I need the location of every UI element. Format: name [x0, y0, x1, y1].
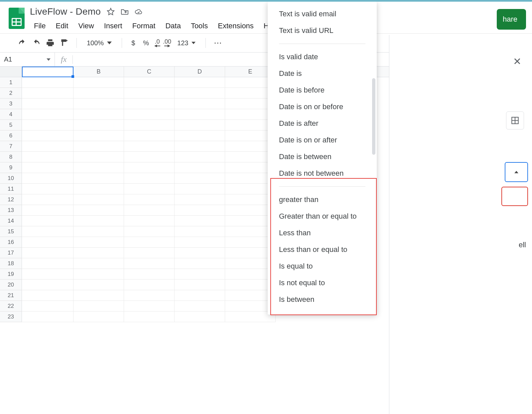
cell[interactable]	[124, 311, 175, 322]
cell[interactable]	[22, 269, 73, 280]
menu-file[interactable]: File	[30, 20, 50, 32]
format-currency-button[interactable]: $	[129, 39, 138, 47]
cell[interactable]	[175, 120, 225, 130]
row-header[interactable]: 1	[0, 77, 22, 88]
cell[interactable]	[175, 141, 225, 152]
more-toolbar-button[interactable]: ⋯	[212, 37, 224, 49]
cell[interactable]	[175, 290, 225, 301]
row-header[interactable]: 21	[0, 290, 22, 301]
cell[interactable]	[124, 237, 175, 248]
row-header[interactable]: 23	[0, 311, 22, 322]
menu-edit[interactable]: Edit	[52, 20, 72, 32]
cell[interactable]	[73, 99, 124, 109]
column-header[interactable]: B	[73, 67, 124, 77]
row-header[interactable]: 14	[0, 216, 22, 226]
cell[interactable]	[22, 99, 73, 109]
cell[interactable]	[124, 152, 175, 162]
cell[interactable]	[73, 311, 124, 322]
column-header[interactable]: C	[124, 67, 175, 77]
row-header[interactable]: 5	[0, 120, 22, 130]
criteria-value-input[interactable]	[501, 187, 528, 206]
cell[interactable]	[73, 216, 124, 226]
decrease-decimal-button[interactable]: .0	[154, 37, 160, 49]
move-to-folder-icon[interactable]	[121, 8, 129, 16]
menu-view[interactable]: View	[74, 20, 98, 32]
dropdown-option[interactable]: Date is on or after	[268, 132, 377, 148]
row-header[interactable]: 4	[0, 109, 22, 120]
cell[interactable]	[22, 290, 73, 301]
zoom-select[interactable]: 100%	[83, 39, 115, 47]
undo-button[interactable]	[17, 37, 28, 49]
row-header[interactable]: 22	[0, 301, 22, 311]
dropdown-scrollbar[interactable]	[372, 78, 375, 155]
cell[interactable]	[22, 205, 73, 216]
cell[interactable]	[22, 194, 73, 205]
menu-tools[interactable]: Tools	[187, 20, 212, 32]
document-title[interactable]: LiveFlow - Demo	[30, 6, 101, 17]
cell[interactable]	[175, 194, 225, 205]
cell[interactable]	[73, 120, 124, 130]
cell[interactable]	[22, 237, 73, 248]
column-header[interactable]: D	[175, 67, 225, 77]
star-icon[interactable]	[107, 8, 115, 16]
cell[interactable]	[124, 226, 175, 237]
cell[interactable]	[73, 109, 124, 120]
dropdown-option[interactable]: Text is valid URL	[268, 22, 377, 39]
dropdown-option[interactable]: Date is after	[268, 115, 377, 132]
dropdown-option[interactable]: Date is before	[268, 82, 377, 99]
row-header[interactable]: 16	[0, 237, 22, 248]
cell[interactable]	[73, 130, 124, 141]
cell[interactable]	[73, 173, 124, 184]
active-cell[interactable]	[22, 67, 73, 77]
cell[interactable]	[22, 280, 73, 290]
cell[interactable]	[73, 248, 124, 258]
cell[interactable]	[124, 248, 175, 258]
row-header[interactable]: 10	[0, 173, 22, 184]
row-header[interactable]: 11	[0, 184, 22, 194]
cell[interactable]	[175, 77, 225, 88]
cell[interactable]	[124, 162, 175, 173]
dropdown-option[interactable]: Date is	[268, 65, 377, 82]
cell[interactable]	[73, 290, 124, 301]
cell[interactable]	[175, 248, 225, 258]
row-header[interactable]: 13	[0, 205, 22, 216]
cell[interactable]	[124, 77, 175, 88]
cell[interactable]	[124, 88, 175, 99]
cell[interactable]	[73, 162, 124, 173]
row-header[interactable]: 17	[0, 248, 22, 258]
more-formats-button[interactable]: 123	[174, 39, 199, 47]
cell[interactable]	[175, 311, 225, 322]
menu-extensions[interactable]: Extensions	[214, 20, 258, 32]
cell[interactable]	[73, 301, 124, 311]
cell[interactable]	[175, 173, 225, 184]
cell[interactable]	[175, 162, 225, 173]
cell[interactable]	[22, 301, 73, 311]
cell[interactable]	[73, 152, 124, 162]
cell[interactable]	[124, 120, 175, 130]
cell[interactable]	[175, 109, 225, 120]
cloud-saved-icon[interactable]	[135, 8, 143, 16]
cell[interactable]	[22, 77, 73, 88]
cell[interactable]	[73, 269, 124, 280]
cell[interactable]	[22, 311, 73, 322]
row-header[interactable]: 8	[0, 152, 22, 162]
cell[interactable]	[22, 226, 73, 237]
cell[interactable]	[22, 248, 73, 258]
row-header[interactable]: 15	[0, 226, 22, 237]
cell[interactable]	[175, 280, 225, 290]
cell[interactable]	[124, 216, 175, 226]
cell[interactable]	[124, 141, 175, 152]
criteria-select-trigger[interactable]	[505, 162, 528, 182]
cell[interactable]	[22, 109, 73, 120]
dropdown-option[interactable]: Date is between	[268, 148, 377, 165]
row-header[interactable]: 2	[0, 88, 22, 99]
menu-insert[interactable]: Insert	[100, 20, 126, 32]
cell[interactable]	[124, 290, 175, 301]
cell[interactable]	[175, 152, 225, 162]
cell[interactable]	[73, 184, 124, 194]
cell[interactable]	[22, 130, 73, 141]
row-header[interactable]: 20	[0, 280, 22, 290]
menu-data[interactable]: Data	[161, 20, 185, 32]
cell[interactable]	[124, 130, 175, 141]
row-header[interactable]: 6	[0, 130, 22, 141]
